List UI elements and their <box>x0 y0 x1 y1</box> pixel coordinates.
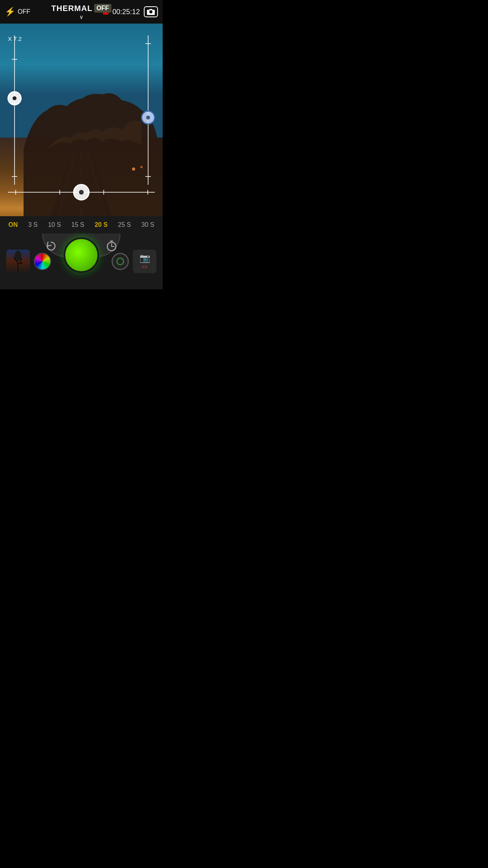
timing-on[interactable]: ON <box>8 221 18 228</box>
recording-timer: 00:25:12 <box>112 8 140 16</box>
slider-tick <box>145 176 151 177</box>
timing-20s[interactable]: 20 S <box>95 221 108 228</box>
slider-tick <box>15 190 16 195</box>
slider-tick <box>59 190 60 195</box>
slider-tick <box>103 190 104 195</box>
bottom-controls: 📷 <> <box>0 234 163 289</box>
screenshot-button[interactable] <box>144 6 158 17</box>
thermal-badge: OFF <box>94 4 111 13</box>
flash-label: OFF <box>18 8 30 15</box>
timing-15s[interactable]: 15 S <box>72 221 84 228</box>
slider-tick <box>12 176 17 177</box>
camera-symbol: 📷 <box>139 253 150 263</box>
viewfinder[interactable]: X 7.2 <box>0 24 163 216</box>
right-slider-handle[interactable] <box>141 110 155 125</box>
thermal-label: THERMAL OFF <box>51 4 112 13</box>
flash-control[interactable]: ⚡ OFF <box>5 7 30 17</box>
shutter-button[interactable] <box>64 237 99 273</box>
timing-10s[interactable]: 10 S <box>48 221 61 228</box>
right-exposure-slider[interactable] <box>148 35 149 185</box>
slider-tick <box>12 59 17 60</box>
left-exposure-slider[interactable] <box>14 35 15 185</box>
rotate-button[interactable] <box>43 238 59 254</box>
expand-icon: <> <box>142 264 147 270</box>
flash-icon: ⚡ <box>5 7 15 17</box>
top-bar: ⚡ OFF THERMAL OFF ∨ 00:25:12 <box>0 0 163 24</box>
camera-switch-button[interactable]: 📷 <> <box>133 250 156 273</box>
svg-point-9 <box>140 166 143 168</box>
chevron-down-icon: ∨ <box>79 14 83 20</box>
thermal-text: THERMAL <box>51 4 93 13</box>
horizontal-slider[interactable] <box>8 192 155 193</box>
thermal-control[interactable]: THERMAL OFF ∨ <box>51 4 112 20</box>
timer-button[interactable] <box>104 238 119 254</box>
slider-tick <box>145 43 151 44</box>
mode-selector[interactable] <box>112 253 129 270</box>
horizontal-slider-handle[interactable] <box>73 184 90 200</box>
timing-25s[interactable]: 25 S <box>118 221 131 228</box>
left-slider-handle[interactable] <box>7 91 22 105</box>
timing-3s[interactable]: 3 S <box>28 221 38 228</box>
mode-circle-inner <box>116 257 124 265</box>
timing-bar: ON 3 S 10 S 15 S 20 S 25 S 30 S <box>0 216 163 234</box>
timing-30s[interactable]: 30 S <box>141 221 154 228</box>
svg-point-8 <box>132 167 135 171</box>
color-filter-button[interactable] <box>34 253 51 270</box>
slider-tick <box>147 190 148 195</box>
gallery-thumbnail[interactable] <box>6 250 30 273</box>
